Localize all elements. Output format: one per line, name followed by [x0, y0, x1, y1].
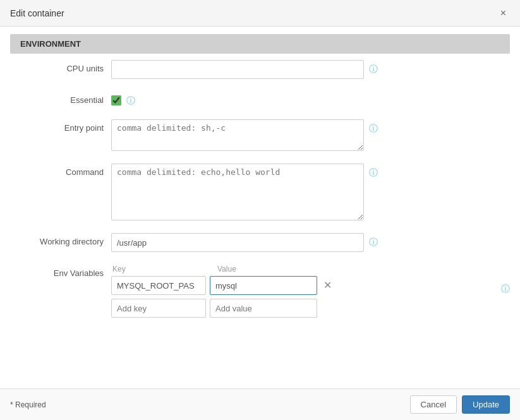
working-directory-label: Working directory	[10, 233, 111, 246]
working-directory-info-icon[interactable]: ⓘ	[369, 237, 378, 248]
cpu-units-row: CPU units ⓘ	[0, 54, 520, 85]
dialog-footer: * Required Cancel Update	[0, 388, 520, 420]
essential-row: Essential ⓘ	[0, 85, 520, 113]
cpu-units-info-icon[interactable]: ⓘ	[369, 64, 378, 75]
env-column-headers: Key Value	[111, 265, 496, 273]
command-info-icon[interactable]: ⓘ	[369, 167, 378, 179]
working-directory-control: ⓘ	[111, 233, 510, 252]
command-control: ⓘ	[111, 164, 510, 220]
working-directory-input[interactable]	[111, 233, 364, 252]
close-button[interactable]: ×	[497, 7, 510, 20]
env-add-key-input[interactable]	[111, 299, 206, 318]
environment-section-header: ENVIRONMENT	[10, 34, 510, 54]
env-variables-info-icon[interactable]: ⓘ	[501, 284, 510, 295]
cancel-button[interactable]: Cancel	[410, 395, 457, 414]
env-add-row	[111, 299, 496, 318]
entry-point-textarea[interactable]	[111, 119, 364, 151]
dialog-body: ENVIRONMENT CPU units ⓘ Essential ⓘ Entr…	[0, 27, 520, 388]
env-variables-row: Env Variables Key Value ✕	[0, 258, 520, 324]
command-textarea[interactable]	[111, 164, 364, 220]
env-key-input-0[interactable]	[111, 276, 206, 295]
command-row: Command ⓘ	[0, 157, 520, 227]
footer-buttons: Cancel Update	[410, 395, 510, 414]
essential-label: Essential	[10, 92, 111, 105]
env-value-input-0[interactable]	[210, 276, 317, 295]
essential-checkbox[interactable]	[111, 95, 121, 105]
entry-point-control: ⓘ	[111, 119, 510, 151]
edit-container-dialog: Edit container × ENVIRONMENT CPU units ⓘ…	[0, 0, 520, 420]
command-label: Command	[10, 164, 111, 177]
dialog-title: Edit container	[10, 8, 64, 18]
update-button[interactable]: Update	[462, 395, 510, 414]
essential-info-icon[interactable]: ⓘ	[126, 95, 135, 107]
env-add-value-input[interactable]	[210, 299, 317, 318]
env-variables-label: Env Variables	[10, 265, 111, 278]
working-directory-row: Working directory ⓘ	[0, 227, 520, 258]
env-key-column-label: Key	[112, 265, 207, 273]
entry-point-row: Entry point ⓘ	[0, 113, 520, 157]
entry-point-info-icon[interactable]: ⓘ	[369, 123, 378, 135]
essential-checkbox-wrap	[111, 92, 121, 105]
cpu-units-control: ⓘ	[111, 60, 510, 79]
env-variables-control: Key Value ✕	[111, 265, 496, 318]
required-note: * Required	[10, 400, 46, 409]
dialog-header: Edit container ×	[0, 0, 520, 27]
essential-control: ⓘ	[111, 92, 510, 107]
cpu-units-input[interactable]	[111, 60, 364, 79]
env-value-column-label: Value	[217, 265, 325, 273]
env-remove-button-0[interactable]: ✕	[321, 280, 334, 291]
entry-point-label: Entry point	[10, 119, 111, 133]
cpu-units-label: CPU units	[10, 60, 111, 73]
env-entry-row-0: ✕	[111, 276, 496, 295]
